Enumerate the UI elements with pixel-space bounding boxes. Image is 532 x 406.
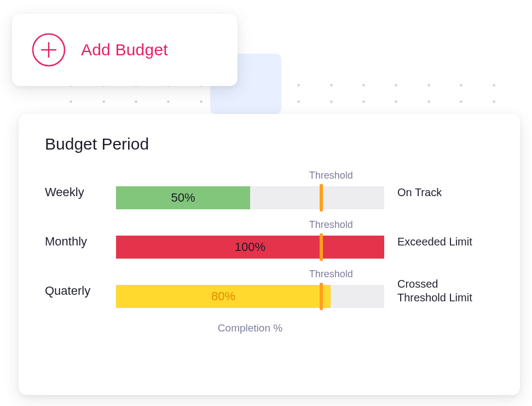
threshold-label: Threshold bbox=[309, 219, 353, 231]
budget-chart: Weekly Threshold 50% On Track Monthly Th… bbox=[45, 170, 497, 334]
add-budget-button[interactable]: Add Budget bbox=[12, 14, 238, 86]
plus-circle-icon bbox=[32, 33, 66, 67]
bar-container: Threshold 100% bbox=[116, 219, 384, 264]
bar-container: Threshold 80% bbox=[116, 268, 384, 313]
add-budget-label: Add Budget bbox=[81, 41, 168, 59]
panel-title: Budget Period bbox=[45, 135, 497, 153]
bar-fill: 50% bbox=[116, 186, 250, 209]
bar-fill bbox=[116, 236, 384, 259]
budget-period-panel: Budget Period Weekly Threshold 50% On Tr… bbox=[19, 114, 520, 395]
row-label: Quaterly bbox=[45, 284, 116, 298]
bar-container: Threshold 50% bbox=[116, 170, 384, 215]
status-label: On Track bbox=[384, 186, 483, 199]
bar-value: 50% bbox=[171, 191, 195, 205]
bar-track: 100% bbox=[116, 236, 384, 259]
row-label: Weekly bbox=[45, 185, 116, 199]
bar-row-quarterly: Quaterly Threshold 80% Crossed Threshold… bbox=[45, 268, 497, 313]
threshold-marker-icon bbox=[320, 233, 323, 261]
threshold-label: Threshold bbox=[309, 268, 353, 280]
bar-fill: 80% bbox=[116, 285, 331, 308]
bar-track: 50% bbox=[116, 186, 384, 209]
threshold-marker-icon bbox=[320, 283, 323, 310]
threshold-label: Threshold bbox=[309, 170, 353, 181]
bar-track: 80% bbox=[116, 285, 384, 308]
threshold-marker-icon bbox=[320, 184, 323, 211]
status-label: Exceeded Limit bbox=[384, 235, 483, 249]
bar-row-weekly: Weekly Threshold 50% On Track bbox=[45, 170, 497, 215]
bar-value: 80% bbox=[211, 289, 235, 304]
x-axis-label: Completion % bbox=[116, 322, 384, 334]
status-label: Crossed Threshold Limit bbox=[384, 277, 483, 305]
bar-row-monthly: Monthly Threshold 100% Exceeded Limit bbox=[45, 219, 497, 264]
row-label: Monthly bbox=[45, 235, 116, 249]
